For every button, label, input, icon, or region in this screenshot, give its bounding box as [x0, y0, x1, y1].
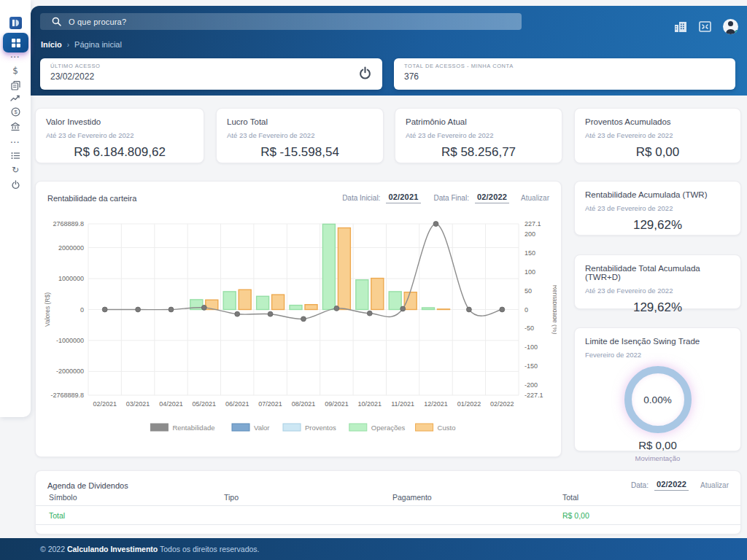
stat-title: Proventos Acumulados: [585, 117, 730, 126]
svg-text:150: 150: [525, 249, 535, 257]
agenda-controls: Data: 02/2022 Atualizar: [631, 480, 729, 491]
user-avatar[interactable]: [723, 19, 738, 34]
svg-text:-150: -150: [525, 362, 538, 370]
breadcrumb-home[interactable]: Início: [41, 40, 62, 49]
stat-title: Valor Investido: [46, 117, 193, 126]
sidebar-item-bancos[interactable]: [0, 121, 31, 131]
topbar-actions: [674, 19, 738, 34]
sidebar-item-sair[interactable]: [0, 179, 31, 190]
svg-text:07/2021: 07/2021: [258, 400, 282, 408]
svg-text:50: 50: [525, 287, 532, 295]
svg-text:Proventos: Proventos: [305, 424, 336, 432]
portfolio-chart-svg: 2768889.8200000010000000-1000000-2000000…: [42, 208, 557, 450]
swing-caption: Movimentação: [585, 454, 730, 462]
svg-text:100: 100: [525, 268, 535, 276]
total-row-label: Total: [49, 511, 65, 520]
svg-text:04/2021: 04/2021: [159, 400, 183, 408]
column-tipo: Tipo: [224, 493, 239, 502]
agenda-date-input[interactable]: 02/2022: [654, 480, 689, 491]
svg-text:06/2021: 06/2021: [225, 400, 249, 408]
sidebar-item-dashboard-active[interactable]: [3, 33, 28, 52]
twrd-title: Rentabilidade Total Acumulada (TWR+D): [585, 264, 730, 281]
svg-text:2000000: 2000000: [58, 244, 84, 252]
swing-percent: 0.00%: [643, 394, 671, 405]
search-input[interactable]: [69, 18, 477, 26]
refresh-icon: ↻: [12, 166, 19, 174]
building-icon[interactable]: [674, 21, 687, 33]
svg-text:Valor: Valor: [254, 424, 269, 432]
last-access-card: ÚLTIMO ACESSO 23/02/2022: [40, 58, 382, 90]
svg-text:-227.1: -227.1: [525, 392, 543, 399]
footer-suffix: Todos os direitos reservados.: [158, 545, 259, 553]
dividend-agenda-card: Agenda de Dividendos Data: 02/2022 Atual…: [35, 470, 741, 534]
swing-subtitle: Fevereiro de 2022: [585, 351, 730, 359]
agenda-header: Agenda de Dividendos Data: 02/2022 Atual…: [36, 471, 740, 491]
dollar-icon: $: [12, 66, 18, 75]
svg-text:12/2021: 12/2021: [424, 400, 448, 408]
sidebar-item-relatorios[interactable]: [0, 80, 31, 90]
stat-value: R$ 0,00: [585, 145, 730, 160]
svg-text:-200: -200: [525, 381, 538, 389]
svg-text:227.1: 227.1: [525, 220, 541, 228]
logout-power-icon[interactable]: [358, 66, 372, 80]
twr-value: 129,62%: [585, 218, 730, 233]
sidebar-item-lista[interactable]: [0, 150, 31, 160]
stat-title: Patrimônio Atual: [406, 117, 551, 126]
twrd-card: Rentabilidade Total Acumulada (TWR+D) At…: [574, 254, 741, 309]
agenda-atualizar-button[interactable]: Atualizar: [700, 481, 729, 489]
data-final-label: Data Final:: [434, 194, 469, 202]
agenda-title: Agenda de Dividendos: [47, 481, 128, 490]
agenda-table-header: Símbolo Tipo Pagamento Total: [36, 493, 740, 506]
portfolio-chart-card: Rentabilidade da carteira Data Inicial: …: [35, 181, 562, 457]
svg-text:-100: -100: [525, 343, 538, 351]
sidebar-item-financas[interactable]: $: [0, 66, 31, 76]
chart-controls: Data Inicial: 02/2021 Data Final: 02/202…: [342, 192, 549, 203]
stat-value: R$ 6.184.809,62: [46, 145, 193, 160]
app-logo[interactable]: [9, 17, 22, 29]
svg-text:2768889.8: 2768889.8: [53, 220, 84, 228]
svg-text:05/2021: 05/2021: [193, 400, 217, 408]
footer-text: © 2022 Calculando Investimento Todos os …: [40, 545, 260, 553]
documents-icon: [11, 81, 20, 90]
more-icon: ···: [11, 139, 20, 147]
sidebar-item-proventos[interactable]: $: [0, 106, 31, 117]
sidebar-item-more-2[interactable]: ···: [0, 137, 31, 147]
svg-text:02/2022: 02/2022: [490, 400, 514, 408]
sidebar-item-evolucao[interactable]: [0, 93, 31, 104]
svg-text:09/2021: 09/2021: [325, 400, 349, 408]
data-inicial-input[interactable]: 02/2021: [386, 192, 420, 203]
stat-card-proventos-acumulados: Proventos Acumulados Até 23 de Fevereiro…: [574, 108, 741, 163]
svg-text:$: $: [14, 109, 18, 115]
agenda-total-row: Total R$ 0,00: [36, 506, 740, 525]
search-bar[interactable]: [40, 13, 522, 30]
chart-title: Rentabilidade da carteira: [47, 194, 136, 203]
last-access-label: ÚLTIMO ACESSO: [50, 63, 372, 69]
svg-text:-2768889.8: -2768889.8: [50, 392, 84, 399]
stat-card-lucro-total: Lucro Total Até 23 de Fevereiro de 2022 …: [216, 108, 384, 163]
data-final-input[interactable]: 02/2022: [475, 192, 509, 203]
stat-subtitle: Até 23 de Fevereiro de 2022: [585, 131, 730, 139]
total-access-label: TOTAL DE ACESSOS - MINHA CONTA: [404, 63, 725, 69]
atualizar-button[interactable]: Atualizar: [521, 194, 549, 202]
stat-subtitle: Até 23 de Fevereiro de 2022: [406, 131, 551, 139]
list-icon: [11, 152, 20, 160]
sidebar-item-more-1[interactable]: ···: [0, 52, 31, 62]
sidebar-item-atualizar[interactable]: ↻: [0, 165, 31, 175]
online-status-dot: [735, 30, 738, 34]
trend-icon: [10, 94, 20, 103]
twr-card: Rentabilidade Acumulada (TWR) Até 23 de …: [574, 181, 741, 236]
breadcrumb-current: Página inicial: [74, 40, 122, 49]
svg-text:Custo: Custo: [438, 424, 456, 432]
svg-text:03/2021: 03/2021: [126, 400, 150, 408]
footer: © 2022 Calculando Investimento Todos os …: [0, 538, 747, 560]
stat-value: R$ -15.598,54: [227, 145, 373, 160]
avatar-head-shape: [728, 21, 733, 26]
coin-icon: $: [11, 107, 20, 117]
search-icon: [52, 17, 61, 26]
svg-text:200: 200: [525, 230, 535, 238]
fullscreen-icon[interactable]: [699, 21, 711, 32]
bank-icon: [10, 122, 20, 131]
logo-icon: [12, 19, 20, 27]
power-icon: [11, 180, 20, 190]
column-pagamento: Pagamento: [392, 493, 432, 502]
